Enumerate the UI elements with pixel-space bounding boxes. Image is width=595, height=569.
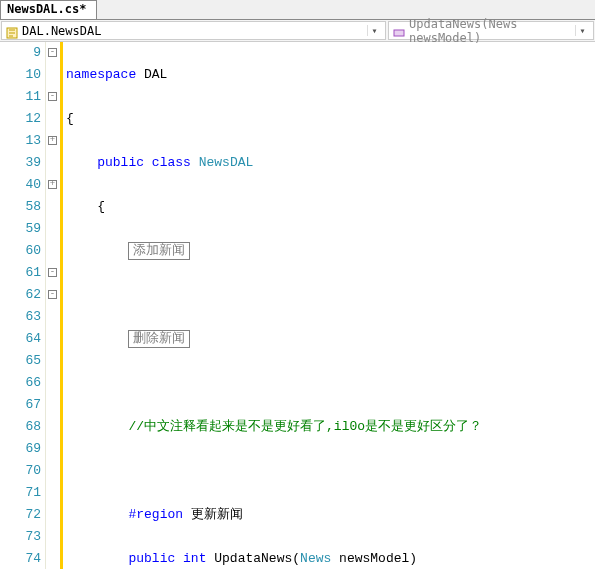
method-icon xyxy=(393,25,405,37)
line-number: 70 xyxy=(0,460,45,482)
code-area[interactable]: namespace DAL { public class NewsDAL { 添… xyxy=(64,42,595,569)
keyword: public xyxy=(128,551,175,566)
keyword: namespace xyxy=(66,67,136,82)
line-number: 60 xyxy=(0,240,45,262)
method-name: UpdataNews( xyxy=(206,551,300,566)
identifier: DAL xyxy=(136,67,167,82)
keyword: int xyxy=(183,551,206,566)
region-name: 更新新闻 xyxy=(183,507,243,522)
code-editor[interactable]: 9101112133940585960616263646566676869707… xyxy=(0,42,595,569)
line-number: 9 xyxy=(0,42,45,64)
line-number: 61 xyxy=(0,262,45,284)
line-number: 74 xyxy=(0,548,45,569)
keyword: class xyxy=(152,155,191,170)
line-number: 65 xyxy=(0,350,45,372)
dropdown-icon[interactable]: ▾ xyxy=(367,25,381,36)
class-icon xyxy=(6,25,18,37)
member-dropdown[interactable]: UpdataNews(News newsModel) ▾ xyxy=(388,21,594,40)
keyword: public xyxy=(97,155,144,170)
type-name: DAL.NewsDAL xyxy=(22,24,363,38)
line-number: 59 xyxy=(0,218,45,240)
line-numbers: 9101112133940585960616263646566676869707… xyxy=(0,42,46,569)
fold-column[interactable]: --++-- xyxy=(46,42,60,569)
type-dropdown[interactable]: DAL.NewsDAL ▾ xyxy=(1,21,386,40)
brace: { xyxy=(66,111,74,126)
change-indicator xyxy=(60,42,64,569)
line-number: 69 xyxy=(0,438,45,460)
line-number: 68 xyxy=(0,416,45,438)
line-number: 73 xyxy=(0,526,45,548)
collapsed-region[interactable]: 添加新闻 xyxy=(128,242,190,260)
line-number: 71 xyxy=(0,482,45,504)
fold-collapse-icon[interactable]: - xyxy=(48,48,57,57)
line-number: 67 xyxy=(0,394,45,416)
line-number: 13 xyxy=(0,130,45,152)
navigation-bar: DAL.NewsDAL ▾ UpdataNews(News newsModel)… xyxy=(0,20,595,42)
line-number: 40 xyxy=(0,174,45,196)
line-number: 58 xyxy=(0,196,45,218)
fold-collapse-icon[interactable]: - xyxy=(48,290,57,299)
svg-rect-1 xyxy=(394,30,404,36)
keyword: #region xyxy=(128,507,183,522)
fold-expand-icon[interactable]: + xyxy=(48,136,57,145)
line-number: 12 xyxy=(0,108,45,130)
file-tab[interactable]: NewsDAL.cs* xyxy=(0,0,97,19)
line-number: 66 xyxy=(0,372,45,394)
fold-collapse-icon[interactable]: - xyxy=(48,268,57,277)
line-number: 11 xyxy=(0,86,45,108)
line-number: 63 xyxy=(0,306,45,328)
line-number: 62 xyxy=(0,284,45,306)
line-number: 10 xyxy=(0,64,45,86)
fold-expand-icon[interactable]: + xyxy=(48,180,57,189)
type-name: News xyxy=(300,551,331,566)
line-number: 64 xyxy=(0,328,45,350)
comment: //中文注释看起来是不是更好看了,il0o是不是更好区分了？ xyxy=(128,419,482,434)
parameter: newsModel) xyxy=(331,551,417,566)
collapsed-region[interactable]: 删除新闻 xyxy=(128,330,190,348)
line-number: 39 xyxy=(0,152,45,174)
brace: { xyxy=(66,199,105,214)
dropdown-icon[interactable]: ▾ xyxy=(575,25,589,36)
line-number: 72 xyxy=(0,504,45,526)
member-name: UpdataNews(News newsModel) xyxy=(409,17,571,45)
type-name: NewsDAL xyxy=(199,155,254,170)
fold-collapse-icon[interactable]: - xyxy=(48,92,57,101)
